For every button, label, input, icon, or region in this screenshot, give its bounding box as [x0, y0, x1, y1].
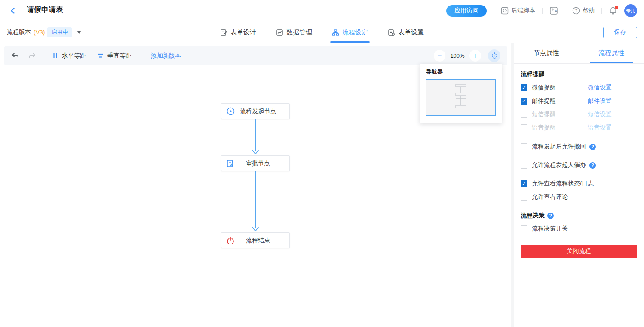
- email-reminder-checkbox[interactable]: [521, 98, 527, 105]
- status-badge: 启用中: [47, 27, 72, 37]
- version-tabs-bar: 流程版本 (V3) 启用中 表单设计 数据管理: [0, 22, 644, 43]
- view-comments-checkbox[interactable]: [521, 194, 527, 201]
- zoom-level: 100%: [450, 52, 465, 59]
- tab-flow-properties[interactable]: 流程属性: [579, 43, 644, 63]
- properties-panel: 节点属性 流程属性 流程提醒 微信提醒 微信设置 邮件提醒 邮件设置 短信提醒 …: [514, 43, 644, 327]
- horizontal-spacing-label: 水平等距: [62, 52, 86, 60]
- voice-reminder-checkbox[interactable]: [521, 124, 527, 131]
- reminder-label: 短信提醒: [532, 111, 588, 118]
- properties-tabs: 节点属性 流程属性: [514, 43, 644, 64]
- flow-canvas[interactable]: 水平等距 垂直等距 添加新版本 − 100% +: [0, 43, 511, 327]
- zoom-out-button[interactable]: −: [434, 50, 445, 62]
- email-settings-link[interactable]: 邮件设置: [588, 97, 612, 105]
- svg-text:?: ?: [575, 8, 577, 13]
- node-label: 流程发起节点: [235, 108, 289, 115]
- help-icon[interactable]: ?: [589, 144, 596, 150]
- app-access-button[interactable]: 应用访问: [446, 5, 487, 17]
- decision-section-label: 流程决策: [521, 212, 545, 219]
- data-management-icon: [276, 29, 283, 36]
- vertical-spacing-icon: [97, 52, 104, 59]
- flow-node-start[interactable]: 流程发起节点: [221, 103, 290, 119]
- tab-flow-settings[interactable]: 流程设定: [332, 22, 368, 43]
- form-design-icon: [220, 29, 227, 36]
- voice-settings-link[interactable]: 语音设置: [588, 124, 612, 132]
- divider: [494, 8, 494, 14]
- top-header: 请假申请表 应用访问 后端脚本 A ?: [0, 0, 644, 22]
- sms-reminder-checkbox[interactable]: [521, 111, 527, 118]
- vertical-spacing-label: 垂直等距: [107, 52, 132, 60]
- edit-document-icon: [227, 160, 234, 167]
- play-circle-icon: [227, 107, 235, 115]
- reminder-row-voice: 语音提醒 语音设置: [521, 124, 637, 132]
- navigator-panel: 导航器: [420, 64, 502, 123]
- option-label: 流程发起后允许撤回: [532, 143, 586, 151]
- svg-text:A: A: [555, 9, 558, 13]
- allow-withdraw-checkbox[interactable]: [521, 143, 527, 150]
- navigator-minimap[interactable]: [426, 79, 496, 116]
- form-settings-icon: [388, 29, 395, 36]
- save-button[interactable]: 保存: [603, 27, 637, 38]
- sms-settings-link[interactable]: 短信设置: [588, 111, 612, 118]
- wechat-settings-link[interactable]: 微信设置: [588, 84, 612, 92]
- crosshair-icon: [491, 52, 498, 60]
- help-label: 帮助: [583, 7, 595, 15]
- back-button[interactable]: [7, 5, 19, 17]
- flow-node-approval[interactable]: 审批节点: [221, 155, 290, 171]
- translate-icon: A: [549, 6, 558, 15]
- tab-node-properties[interactable]: 节点属性: [514, 43, 579, 63]
- reminder-row-email: 邮件提醒 邮件设置: [521, 97, 637, 105]
- reminder-label: 语音提醒: [532, 124, 588, 132]
- divider: [601, 8, 602, 14]
- option-row-decision-switch: 流程决策开关: [521, 225, 637, 233]
- translate-button[interactable]: A: [549, 6, 558, 15]
- notifications-button[interactable]: [609, 6, 617, 15]
- option-label: 允许流程发起人催办: [532, 161, 586, 169]
- minimap-graph: [426, 80, 495, 115]
- close-flow-button[interactable]: 关闭流程: [521, 245, 637, 258]
- horizontal-spacing-button[interactable]: 水平等距: [52, 52, 86, 60]
- wechat-reminder-checkbox[interactable]: [521, 84, 527, 91]
- tab-data-management[interactable]: 数据管理: [276, 22, 312, 43]
- tab-label: 表单设置: [398, 28, 424, 37]
- fit-view-button[interactable]: [488, 49, 500, 62]
- decision-section-title: 流程决策 ?: [521, 212, 637, 219]
- reminder-section-title: 流程提醒: [521, 71, 637, 78]
- tab-label: 表单设计: [230, 28, 256, 37]
- power-icon: [227, 237, 234, 244]
- flow-node-end[interactable]: 流程结束: [221, 232, 290, 248]
- version-dropdown-caret[interactable]: [77, 31, 81, 34]
- option-label: 流程决策开关: [532, 225, 568, 233]
- page-title[interactable]: 请假申请表: [25, 4, 65, 18]
- tab-form-settings[interactable]: 表单设置: [388, 22, 424, 43]
- divider: [542, 8, 543, 14]
- vertical-spacing-button[interactable]: 垂直等距: [97, 52, 132, 60]
- option-row-allow-urge: 允许流程发起人催办 ?: [521, 161, 637, 169]
- flow-settings-icon: [332, 29, 339, 36]
- code-icon: [501, 7, 509, 15]
- help-icon[interactable]: ?: [589, 162, 596, 169]
- version-label: 流程版本: [7, 28, 31, 36]
- option-label: 允许查看流程状态/日志: [532, 180, 594, 188]
- tab-label: 流程属性: [598, 49, 624, 57]
- view-status-checkbox[interactable]: [521, 180, 527, 187]
- add-version-button[interactable]: 添加新版本: [151, 52, 181, 60]
- node-label: 流程结束: [234, 237, 289, 244]
- reminder-row-sms: 短信提醒 短信设置: [521, 111, 637, 118]
- divider: [143, 52, 143, 60]
- avatar[interactable]: 专用: [624, 4, 637, 17]
- help-button[interactable]: ? 帮助: [572, 7, 595, 15]
- backend-script-button[interactable]: 后端脚本: [501, 7, 535, 15]
- undo-icon: [11, 52, 19, 59]
- canvas-toolbar: 水平等距 垂直等距 添加新版本 − 100% +: [4, 46, 507, 65]
- reminder-row-wechat: 微信提醒 微信设置: [521, 84, 637, 92]
- undo-button[interactable]: [11, 52, 19, 59]
- help-icon[interactable]: ?: [547, 213, 554, 219]
- redo-button[interactable]: [28, 52, 36, 59]
- backend-script-label: 后端脚本: [511, 7, 535, 15]
- decision-switch-checkbox[interactable]: [521, 225, 527, 232]
- divider: [565, 8, 565, 14]
- reminder-label: 邮件提醒: [532, 97, 588, 105]
- tab-form-design[interactable]: 表单设计: [220, 22, 256, 43]
- allow-urge-checkbox[interactable]: [521, 162, 527, 169]
- zoom-in-button[interactable]: +: [469, 50, 481, 62]
